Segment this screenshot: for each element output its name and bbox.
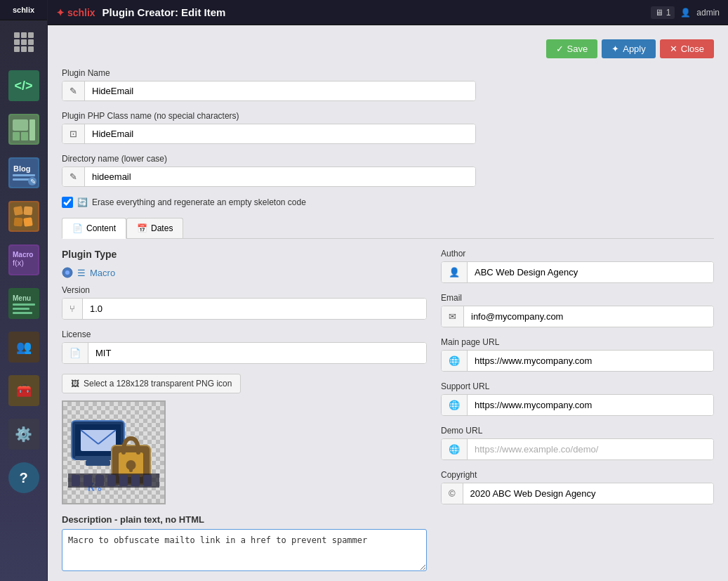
sidebar-header: schlix <box>0 0 47 20</box>
svg-rect-13 <box>23 206 32 215</box>
topbar: ✦ schlix Plugin Creator: Edit Item 🖥 1 👤… <box>48 0 728 25</box>
apply-button[interactable]: ✦ Apply <box>602 39 656 58</box>
email-input[interactable] <box>464 306 713 327</box>
svg-text:✎: ✎ <box>30 178 36 185</box>
sidebar-item-help[interactable]: ? <box>4 457 44 498</box>
user-avatar: 👤 <box>680 8 691 18</box>
edit-icon: ✎ <box>62 81 85 100</box>
svg-rect-33 <box>86 460 110 466</box>
demo-url-input[interactable] <box>468 439 713 459</box>
directory-row: Directory name (lower case) ✎ <box>62 154 714 187</box>
copyright-label: Copyright <box>441 470 714 480</box>
svg-rect-2 <box>13 132 20 141</box>
support-url-field: Support URL 🌐 <box>441 381 714 416</box>
code-icon: </> <box>8 70 39 101</box>
demo-url-icon: 🌐 <box>442 439 468 459</box>
svg-rect-7 <box>13 174 35 176</box>
main-url-field: Main page URL 🌐 <box>441 337 714 372</box>
save-button[interactable]: ✓ Save <box>546 39 598 58</box>
svg-rect-15 <box>23 217 33 227</box>
version-section: Version ⑂ <box>62 285 427 320</box>
main-url-input-group: 🌐 <box>441 350 714 372</box>
main-wrapper: ✦ schlix Plugin Creator: Edit Item 🖥 1 👤… <box>48 0 728 581</box>
sidebar-item-people[interactable]: 👥 <box>4 327 44 367</box>
tabs: 📄 Content 📅 Dates <box>62 218 714 239</box>
svg-rect-43 <box>107 475 116 486</box>
version-label: Version <box>62 285 427 295</box>
sidebar-item-settings[interactable]: ⚙️ <box>4 414 44 455</box>
sidebar-item-tools[interactable]: 🧰 <box>4 370 44 411</box>
support-url-label: Support URL <box>441 381 714 391</box>
svg-rect-8 <box>13 178 29 181</box>
help-icon: ? <box>8 462 39 493</box>
sidebar-item-blocks[interactable] <box>4 196 44 237</box>
support-url-input[interactable] <box>468 395 713 415</box>
app-logo: schlix <box>13 6 34 14</box>
select-icon-button[interactable]: 🖼 Select a 128x128 transparent PNG icon <box>62 374 241 393</box>
tab-content-area: Plugin Type ☰ Macro Version <box>62 249 714 581</box>
monitor-icon: 🖥 <box>655 8 663 18</box>
erase-checkbox-label: Erase everything and regenerate an empty… <box>92 197 306 207</box>
php-class-label: Plugin PHP Class name (no special charac… <box>62 111 714 121</box>
author-label: Author <box>441 249 714 259</box>
content-tab-icon: 📄 <box>72 223 83 233</box>
monitor-indicator: 🖥 1 <box>651 6 675 19</box>
username: admin <box>696 8 720 18</box>
people-icon: 👥 <box>8 332 39 363</box>
folder-icon: ✎ <box>62 167 85 186</box>
main-url-label: Main page URL <box>441 337 714 347</box>
close-button[interactable]: ✕ Close <box>660 39 714 58</box>
svg-text:Menu: Menu <box>13 294 31 302</box>
license-icon: 📄 <box>62 343 88 363</box>
description-textarea[interactable]: Macro to obfuscate mailto link in a href… <box>62 529 427 571</box>
webpages-icon <box>8 114 39 145</box>
php-class-input-group: ⊡ <box>62 124 476 144</box>
sidebar-item-blog[interactable]: Blog ✎ <box>4 152 44 193</box>
tab-content[interactable]: 📄 Content <box>62 218 126 239</box>
license-input[interactable] <box>88 343 426 363</box>
copyright-input[interactable] <box>463 483 713 504</box>
directory-input[interactable] <box>85 167 475 186</box>
blocks-icon <box>8 201 39 232</box>
sidebar-item-code[interactable]: </> <box>4 65 44 106</box>
version-input[interactable] <box>83 299 426 319</box>
svg-rect-40 <box>72 475 80 486</box>
copyright-input-group: © <box>441 483 714 504</box>
svg-rect-21 <box>13 303 35 306</box>
sidebar-item-dashboard[interactable] <box>4 22 44 63</box>
macro-label: Macro <box>90 268 115 278</box>
plugin-name-input[interactable] <box>85 81 475 100</box>
email-input-group: ✉ <box>441 306 714 327</box>
menu-icon: Menu <box>8 288 39 319</box>
save-icon: ✓ <box>556 44 564 54</box>
svg-rect-41 <box>84 475 92 486</box>
main-url-icon: 🌐 <box>442 351 468 371</box>
plugin-name-input-group: ✎ <box>62 81 476 101</box>
svg-rect-3 <box>21 132 28 141</box>
sidebar-item-webpages[interactable] <box>4 109 44 150</box>
main-url-input[interactable] <box>468 351 713 371</box>
author-input[interactable] <box>468 262 713 282</box>
erase-checkbox-row: 🔄 Erase everything and regenerate an emp… <box>62 197 714 208</box>
plugin-image-preview: K% <box>62 400 166 504</box>
tab-dates[interactable]: 📅 Dates <box>126 218 183 238</box>
sidebar-item-macro[interactable]: Macro f(x) <box>4 240 44 280</box>
macro-radio[interactable]: ☰ Macro <box>62 267 115 278</box>
erase-checkbox[interactable] <box>62 197 73 208</box>
description-section: Description - plain text, no HTML Macro … <box>62 514 427 573</box>
email-label: Email <box>441 293 714 303</box>
left-column: Plugin Type ☰ Macro Version <box>62 249 427 581</box>
sidebar-item-menu[interactable]: Menu <box>4 283 44 324</box>
apply-icon: ✦ <box>611 44 619 54</box>
plugin-name-label: Plugin Name <box>62 68 714 78</box>
version-icon: ⑂ <box>62 299 83 319</box>
email-icon: ✉ <box>442 306 464 327</box>
image-icon: 🖼 <box>71 379 79 389</box>
plugin-name-row: Plugin Name ✎ <box>62 68 714 101</box>
content-area: ✓ Save ✦ Apply ✕ Close Plugin Name ✎ <box>48 25 728 581</box>
php-class-input[interactable] <box>85 124 475 143</box>
svg-rect-29 <box>81 430 116 451</box>
demo-url-label: Demo URL <box>441 426 714 436</box>
page-title: Plugin Creator: Edit Item <box>102 6 651 18</box>
blog-icon: Blog ✎ <box>8 157 39 188</box>
